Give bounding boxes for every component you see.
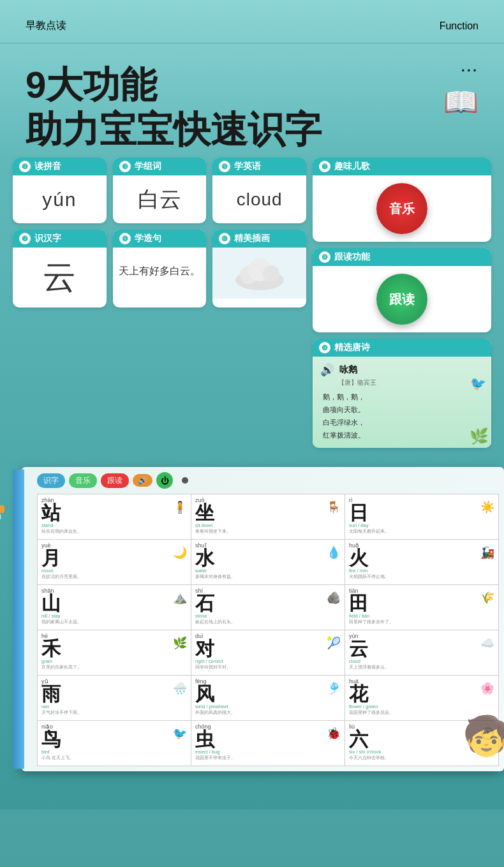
feature-3-label: 学组词 [135,161,161,172]
poetry-title: 咏鹅 [339,364,357,376]
hero-section: 9大功能 助力宝宝快速识字 ··· 📖 [0,63,504,158]
willow-icon: 🌿 [470,427,489,445]
ctrl-camera [182,477,188,484]
hero-icons: ··· 📖 [443,63,478,119]
char-dui: duì 对 🎾 right / correct 同学叫我对不对。 [191,630,345,675]
char-ri: rì 日 ☀️ sun / day 太阳每天都升起来。 [345,494,498,539]
char-shui: shuǐ 水 💧 water 多喝水对身体有益。 [191,540,345,584]
feature-8-body: 跟读 [313,266,491,332]
feature-3-header: ❸ 学组词 [113,158,207,175]
features-row-1: ❶ 读拼音 yún ❸ 学组词 白云 [13,158,306,223]
ctrl-power[interactable]: ⏻ [156,472,173,489]
feature-card-7: ❼ 趣味儿歌 音乐 [313,158,491,242]
ctrl-identify[interactable]: 识字 [37,473,65,488]
book-wrapper: 单词 识字 音乐 跟读 🔊 ⏻ zhàn 站 🧍 stand [6,467,504,771]
feature-5-body: cloud [212,175,306,223]
feature-card-9: ❾ 精选唐诗 🔊 咏鹅 【唐】骆宾王 鹅，鹅，鹅， 曲项向天歌。 白毛浮绿水， … [313,339,491,448]
feature-7-body: 音乐 [313,175,491,242]
speaker-icon: 🔊 [320,363,334,377]
char-shan: shān 山 ⛰️ hill / stay 我的家离山不太远。 [38,585,191,630]
page-wrapper: 早教点读 Function 9大功能 助力宝宝快速识字 ··· 📖 ❶ 读拼音 [0,0,504,810]
book-spine [13,470,24,769]
feature-card-2: ❷ 识汉字 云 [13,230,107,308]
feature-2-num: ❷ [19,233,31,244]
poetry-title-row: 🔊 咏鹅 [320,363,484,377]
feature-5-label: 学英语 [234,161,261,172]
dots-icon: ··· [461,63,478,79]
controls-row: 识字 音乐 跟读 🔊 ⏻ [37,472,499,489]
feature-5-content: cloud [237,189,283,210]
char-he: hé 禾 🌿 grain 庄里的庄家长高了。 [38,630,191,675]
cloud-illustration [231,256,288,291]
char-yue: yuè 月 🌙 moon 在皎洁的月亮里面。 [38,540,191,584]
book-icon: 📖 [443,85,478,119]
char-tian: tián 田 🌾 field / tián 田里种了很多农作了。 [345,585,498,630]
char-chong: chóng 虫 🐞 insect / bug 花园里不停有虫子。 [191,721,345,766]
header-left: 早教点读 [26,19,66,33]
feature-4-num: ❹ [119,233,131,244]
feature-1-label: 读拼音 [34,161,61,172]
feature-6-body [212,248,306,299]
follow-button[interactable]: 跟读 [376,274,427,325]
right-features-area: ❼ 趣味儿歌 音乐 ❽ 跟读功能 跟读 [313,158,491,448]
feature-5-header: ❺ 学英语 [212,158,306,175]
right-figure: 🧒 [463,713,504,759]
feature-3-num: ❸ [119,161,131,172]
main-content: ❶ 读拼音 yún ❸ 学组词 白云 [0,158,504,461]
char-feng: fēng 风 🎐 wind / pinwheel 外面的风真的很大。 [191,676,345,720]
music-button[interactable]: 音乐 [376,183,427,234]
header-right: Function [440,20,478,32]
feature-2-label: 识汉字 [34,233,61,244]
feature-card-1: ❶ 读拼音 yún [13,158,107,223]
feature-3-body: 白云 [113,175,207,223]
ctrl-follow[interactable]: 跟读 [101,473,129,488]
feature-2-body: 云 [13,248,107,308]
char-zhan: zhàn 站 🧍 stand 站在在我的床边生。 [38,494,191,539]
svg-point-3 [263,265,279,282]
book-area: 单词 识字 音乐 跟读 🔊 ⏻ zhàn 站 🧍 stand [0,461,504,784]
feature-6-header: ❻ 精美插画 [212,230,306,248]
feature-8-num: ❽ [319,251,330,263]
feature-card-4: ❹ 学造句 天上有好多白云。 [113,230,207,308]
feature-6-label: 精美插画 [234,233,270,244]
bird-icon: 🐦 [470,376,486,391]
feature-9-body: 🔊 咏鹅 【唐】骆宾王 鹅，鹅，鹅， 曲项向天歌。 白毛浮绿水， 红掌拨清波。 … [313,357,491,448]
feature-9-label: 精选唐诗 [334,342,370,353]
music-label: 音乐 [389,200,415,218]
header: 早教点读 Function [0,19,504,43]
char-zuo: zuò 坐 🪑 sit down 爸爸叫我坐下来。 [191,494,345,539]
char-yu: yǔ 雨 🌧️ rain 天气好冷不停下雨。 [38,676,191,720]
feature-7-header: ❼ 趣味儿歌 [313,158,491,175]
feature-card-3: ❸ 学组词 白云 [113,158,207,223]
ctrl-music[interactable]: 音乐 [69,473,97,488]
feature-8-header: ❽ 跟读功能 [313,248,491,266]
follow-label: 跟读 [389,291,415,308]
poetry-lines: 鹅，鹅，鹅， 曲项向天歌。 白毛浮绿水， 红掌拨清波。 [320,391,484,441]
feature-1-content: yún [42,189,77,211]
feature-7-num: ❼ [319,161,330,172]
feature-1-body: yún [13,175,107,223]
characters-grid: zhàn 站 🧍 stand 站在在我的床边生。 zuò 坐 🪑 sit dow… [37,494,499,766]
left-features-area: ❶ 读拼音 yún ❸ 学组词 白云 [13,158,306,448]
book-tab: 单词 [0,505,4,513]
char-yun: yún 云 ☁️ cloud 天上漂浮着很多云。 [345,630,498,675]
feature-4-content: 天上有好多白云。 [119,265,200,278]
book-container: 单词 识字 音乐 跟读 🔊 ⏻ zhàn 站 🧍 stand [22,467,504,771]
feature-8-label: 跟读功能 [334,251,370,263]
char-shi: shí 石 🪨 stone 捡起在地上的石头。 [191,585,345,630]
ctrl-speaker[interactable]: 🔊 [133,474,152,487]
feature-3-content: 白云 [138,185,181,214]
hero-title: 9大功能 助力宝宝快速识字 [26,63,478,151]
feature-7-label: 趣味儿歌 [334,161,370,172]
feature-2-header: ❷ 识汉字 [13,230,107,248]
feature-9-num: ❾ [319,342,330,353]
feature-card-8: ❽ 跟读功能 跟读 [313,248,491,332]
feature-6-num: ❻ [219,233,230,244]
feature-1-header: ❶ 读拼音 [13,158,107,175]
feature-card-5: ❺ 学英语 cloud [212,158,306,223]
features-row-2: ❷ 识汉字 云 ❹ 学造句 天上有好多白云。 [13,230,306,308]
feature-4-header: ❹ 学造句 [113,230,207,248]
feature-4-body: 天上有好多白云。 [113,248,207,295]
char-niao: niǎo 鸟 🐦 bird 小鸟 在天上飞。 [38,721,191,766]
feature-9-header: ❾ 精选唐诗 [313,339,491,357]
